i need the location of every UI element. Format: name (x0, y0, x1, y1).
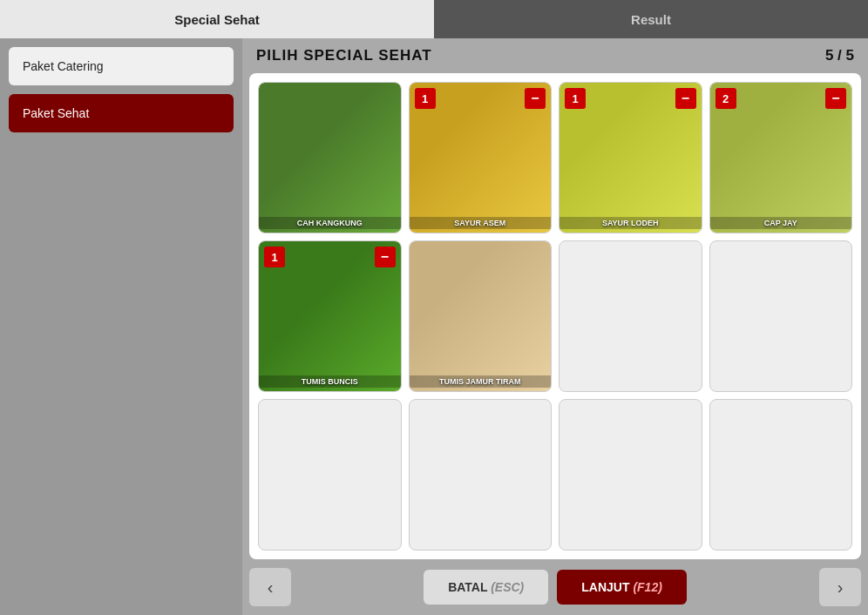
sidebar-item-label: Paket Catering (23, 59, 104, 73)
action-buttons: BATAL (ESC) LANJUT (F12) (424, 570, 687, 605)
item-count: 5 / 5 (825, 47, 854, 64)
main-area: Paket Catering Paket Sehat PILIH SPECIAL… (0, 38, 868, 615)
batal-label: BATAL (448, 580, 491, 594)
minus-btn-sayur-asem[interactable]: − (525, 88, 546, 109)
item-badge-sayur-lodeh: 1 (565, 88, 586, 109)
batal-button[interactable]: BATAL (ESC) (424, 570, 548, 605)
chevron-right-icon: › (837, 578, 844, 598)
item-badge-cap-jay: 2 (715, 88, 736, 109)
item-label-tumis-buncis: TUMIS BUNCIS (259, 375, 401, 388)
next-button[interactable]: › (819, 568, 861, 606)
sidebar-item-paket-sehat[interactable]: Paket Sehat (9, 94, 234, 132)
tab-result[interactable]: Result (434, 0, 868, 38)
grid-cell-empty2 (709, 240, 853, 392)
top-tabs: Special Sehat Result (0, 0, 868, 38)
grid-cell-tumis-jamur[interactable]: TUMIS JAMUR TIRAM (409, 240, 553, 392)
batal-shortcut: (ESC) (491, 580, 524, 594)
content-header: PILIH SPECIAL SEHAT 5 / 5 (242, 38, 868, 73)
item-label-sayur-lodeh: SAYUR LODEH (559, 217, 702, 229)
grid-cell-empty1 (559, 240, 702, 392)
food-grid: CAH KANGKUNG1−SAYUR ASEM1−SAYUR LODEH2−C… (258, 82, 852, 551)
lanjut-button[interactable]: LANJUT (F12) (557, 570, 687, 605)
grid-cell-empty4 (409, 399, 553, 551)
minus-btn-cap-jay[interactable]: − (825, 88, 846, 109)
prev-button[interactable]: ‹ (249, 568, 291, 606)
grid-cell-cap-jay[interactable]: 2−CAP JAY (709, 82, 853, 233)
tab-result-label: Result (631, 12, 671, 27)
grid-cell-empty6 (709, 399, 853, 551)
item-label-tumis-jamur: TUMIS JAMUR TIRAM (410, 375, 552, 388)
grid-container: CAH KANGKUNG1−SAYUR ASEM1−SAYUR LODEH2−C… (249, 73, 861, 559)
grid-cell-empty3 (258, 399, 402, 551)
page-title: PILIH SPECIAL SEHAT (256, 47, 432, 64)
grid-cell-empty5 (559, 399, 702, 551)
chevron-left-icon: ‹ (268, 578, 274, 598)
sidebar: Paket Catering Paket Sehat (0, 38, 242, 615)
lanjut-shortcut: (F12) (633, 580, 661, 594)
content-area: PILIH SPECIAL SEHAT 5 / 5 CAH KANGKUNG1−… (242, 38, 868, 615)
sidebar-item-paket-catering[interactable]: Paket Catering (9, 47, 234, 85)
tab-special[interactable]: Special Sehat (0, 0, 434, 38)
lanjut-label: LANJUT (581, 580, 633, 594)
sidebar-item-label: Paket Sehat (23, 106, 89, 120)
minus-btn-sayur-lodeh[interactable]: − (675, 88, 696, 109)
item-label-cap-jay: CAP JAY (710, 217, 852, 229)
item-label-cah-kangkung: CAH KANGKUNG (259, 217, 401, 229)
grid-cell-tumis-buncis[interactable]: 1−TUMIS BUNCIS (258, 240, 402, 392)
grid-cell-sayur-asem[interactable]: 1−SAYUR ASEM (409, 82, 553, 233)
tab-special-label: Special Sehat (174, 12, 260, 27)
grid-cell-sayur-lodeh[interactable]: 1−SAYUR LODEH (559, 82, 702, 233)
bottom-bar: ‹ BATAL (ESC) LANJUT (F12) › (242, 559, 868, 615)
item-label-sayur-asem: SAYUR ASEM (410, 217, 552, 229)
grid-cell-cah-kangkung[interactable]: CAH KANGKUNG (258, 82, 402, 233)
item-badge-sayur-asem: 1 (415, 88, 436, 109)
item-badge-tumis-buncis: 1 (264, 247, 285, 267)
minus-btn-tumis-buncis[interactable]: − (375, 247, 396, 267)
